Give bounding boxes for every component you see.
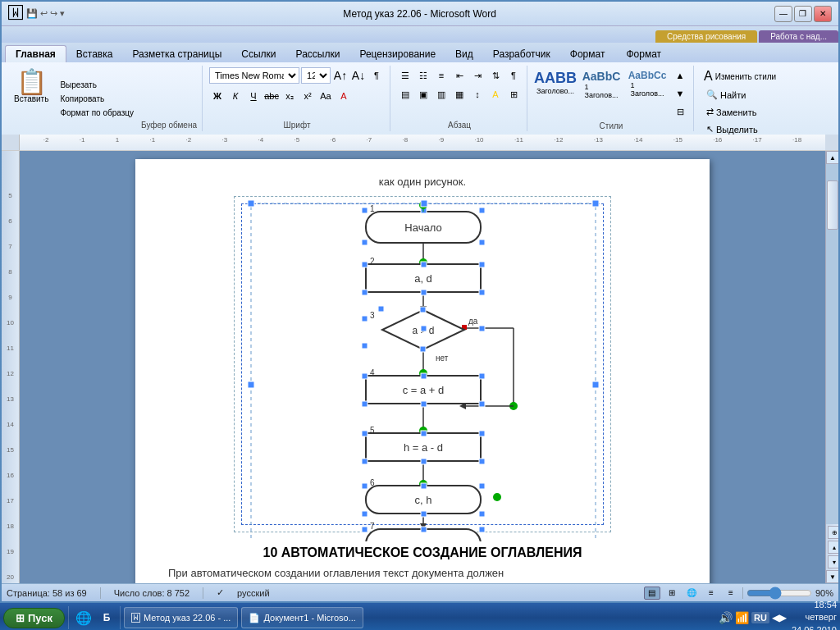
align-left-btn[interactable]: ▤ xyxy=(397,86,413,103)
decrease-font-btn[interactable]: A↓ xyxy=(350,67,367,84)
show-marks-btn[interactable]: ¶ xyxy=(505,67,522,84)
line-spacing-btn[interactable]: ↕ xyxy=(469,86,486,103)
cut-button[interactable]: Вырезать xyxy=(56,79,138,91)
style-heading3[interactable]: AaBbCc 1 Заголов... xyxy=(626,67,669,120)
paste-label: Вставить xyxy=(14,94,48,103)
case-button[interactable]: Аa xyxy=(317,88,334,104)
decrease-indent-btn[interactable]: ⇤ xyxy=(451,67,468,84)
underline-button[interactable]: Ч xyxy=(245,88,262,104)
view-fullscreen-btn[interactable]: ⊞ xyxy=(664,587,680,600)
quick-access: 💾 ↩ ↪ ▾ xyxy=(26,8,65,19)
list-numbered-btn[interactable]: ☷ xyxy=(415,67,431,84)
minimize-button[interactable]: — xyxy=(774,6,792,22)
list-bullet-btn[interactable]: ☰ xyxy=(397,67,413,84)
find-button[interactable]: 🔍 Найти xyxy=(701,87,751,103)
bold-button[interactable]: Ж xyxy=(209,88,226,104)
scroll-thumb[interactable] xyxy=(827,180,838,230)
style-preview-h2: AaBbC xyxy=(582,70,621,83)
svg-rect-96 xyxy=(248,381,254,388)
windows-logo: ⊞ xyxy=(16,612,25,624)
increase-font-btn[interactable]: A↑ xyxy=(332,67,349,84)
view-outline-btn[interactable]: ≡ xyxy=(703,587,719,600)
svg-text:Начало: Начало xyxy=(404,221,441,234)
ie-icon[interactable]: 🌐 xyxy=(74,608,94,628)
scroll-next-page-btn[interactable]: ▾ xyxy=(828,555,838,568)
tab-format1[interactable]: Формат xyxy=(560,46,615,62)
increase-indent-btn[interactable]: ⇥ xyxy=(469,67,486,84)
tab-developer[interactable]: Разработчик xyxy=(483,46,560,62)
svg-rect-63 xyxy=(479,326,485,331)
svg-rect-62 xyxy=(421,326,427,331)
superscript-button[interactable]: x² xyxy=(299,88,316,104)
svg-rect-77 xyxy=(479,459,485,464)
zoom-level: 90% xyxy=(815,588,833,598)
font-name-select[interactable]: Times New Roman xyxy=(209,67,299,84)
sort-btn[interactable]: ⇅ xyxy=(487,67,504,84)
tab-home[interactable]: Главная xyxy=(5,45,66,62)
drawing-tools-tab[interactable]: Средства рисования xyxy=(655,30,757,43)
format-button[interactable]: Формат по образцу xyxy=(56,107,138,119)
align-right-btn[interactable]: ▥ xyxy=(433,86,450,103)
clear-format-btn[interactable]: ¶ xyxy=(368,67,385,84)
taskbar-doc-btn[interactable]: 📄 Документ1 - Microso... xyxy=(241,607,363,628)
tab-format2[interactable]: Формат xyxy=(616,46,671,62)
border-btn[interactable]: ⊞ xyxy=(505,86,522,103)
start-button[interactable]: ⊞ Пуск xyxy=(3,608,65,628)
bb-icon[interactable]: Б xyxy=(97,608,116,628)
zoom-slider[interactable] xyxy=(746,587,812,599)
tab-mailings[interactable]: Рассылки xyxy=(286,46,350,62)
subscript-button[interactable]: x₂ xyxy=(281,88,298,104)
style-heading1[interactable]: AABB Заголово... xyxy=(534,67,577,120)
close-button[interactable]: ✕ xyxy=(814,6,832,22)
word-window: 🅆 💾 ↩ ↪ ▾ Метод указ 22.06 - Microsoft W… xyxy=(0,0,840,603)
tab-insert[interactable]: Вставка xyxy=(66,46,123,62)
shading-btn[interactable]: A xyxy=(487,86,504,103)
strikethrough-button[interactable]: abc xyxy=(263,88,280,104)
align-justify-btn[interactable]: ▦ xyxy=(451,86,468,103)
styles-up-btn[interactable]: ▲ xyxy=(672,67,688,84)
svg-rect-57 xyxy=(421,290,427,295)
restore-button[interactable]: ❐ xyxy=(794,6,812,22)
svg-text:нет: нет xyxy=(436,354,449,363)
scroll-expand-btn[interactable]: ⊕ xyxy=(828,526,838,539)
svg-text:h = a - d: h = a - d xyxy=(404,441,443,454)
clock-day: четверг xyxy=(792,611,837,623)
view-print-btn[interactable]: ▤ xyxy=(644,587,660,600)
font-size-select[interactable]: 12 xyxy=(301,67,331,84)
scroll-up-btn[interactable]: ▲ xyxy=(826,151,838,164)
tab-view[interactable]: Вид xyxy=(445,46,483,62)
styles-more-btn[interactable]: ⊟ xyxy=(672,103,688,120)
view-web-btn[interactable]: 🌐 xyxy=(683,587,700,600)
svg-rect-50 xyxy=(479,208,485,213)
list-multilevel-btn[interactable]: ≡ xyxy=(433,67,450,84)
styles-down-btn[interactable]: ▼ xyxy=(672,85,688,102)
svg-rect-56 xyxy=(362,290,368,295)
lang-switch-btn[interactable]: ◀▶ xyxy=(772,612,787,623)
language[interactable]: русский xyxy=(237,588,269,598)
work-tab[interactable]: Работа с над... xyxy=(759,30,838,43)
paste-button[interactable]: 📋 Вставить xyxy=(10,67,52,130)
svg-text:1: 1 xyxy=(370,204,375,213)
copy-button[interactable]: Копировать xyxy=(56,93,138,105)
tab-references[interactable]: Ссылки xyxy=(231,46,285,62)
title-bar-left: 🅆 💾 ↩ ↪ ▾ xyxy=(8,5,65,22)
document-scroll[interactable]: как один рисунок. 1 xyxy=(20,151,825,583)
highlight-button[interactable]: A xyxy=(336,88,352,104)
system-clock[interactable]: 18:54 четверг 24.06.2010 xyxy=(792,599,837,630)
svg-rect-59 xyxy=(362,316,368,322)
tab-layout[interactable]: Разметка страницы xyxy=(122,46,231,62)
view-draft-btn[interactable]: ≡ xyxy=(723,587,739,600)
locale-btn[interactable]: RU xyxy=(751,612,769,623)
style-heading2[interactable]: AaBbC 1 Заголов... xyxy=(580,67,623,120)
align-center-btn[interactable]: ▣ xyxy=(415,86,431,103)
tab-review[interactable]: Рецензирование xyxy=(349,46,445,62)
svg-text:4: 4 xyxy=(370,368,375,377)
svg-rect-97 xyxy=(592,381,599,388)
word-count: Число слов: 8 752 xyxy=(114,588,189,598)
taskbar-word-btn[interactable]: 🅆 Метод указ 22.06 - ... xyxy=(124,607,238,628)
scroll-prev-page-btn[interactable]: ▴ xyxy=(828,541,838,554)
scroll-down-btn[interactable]: ▼ xyxy=(826,570,838,583)
italic-button[interactable]: К xyxy=(227,88,244,104)
change-style-button[interactable]: A Изменить стили xyxy=(701,67,779,85)
replace-button[interactable]: ⇄ Заменить xyxy=(701,104,762,120)
